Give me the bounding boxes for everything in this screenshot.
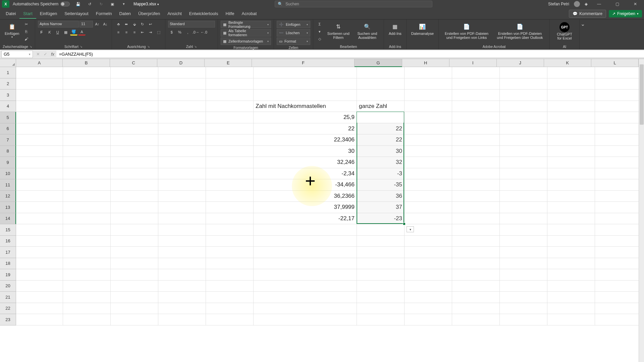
cell-H2[interactable]	[405, 78, 452, 90]
cell-D20[interactable]	[158, 281, 206, 292]
clear-icon[interactable]: ◇	[316, 36, 323, 42]
cell-L20[interactable]	[595, 281, 643, 292]
cell-I20[interactable]	[452, 281, 500, 292]
column-header-F[interactable]: F	[252, 59, 355, 67]
conditional-formatting-button[interactable]: ▦Bedingte Formatierung▾	[221, 21, 271, 28]
column-header-L[interactable]: L	[591, 59, 639, 67]
align-top-icon[interactable]: ⬘	[115, 21, 122, 27]
cell-I19[interactable]	[452, 269, 500, 281]
italic-icon[interactable]: K	[46, 29, 53, 36]
cell-D7[interactable]	[158, 134, 206, 146]
cell-E8[interactable]	[206, 146, 254, 157]
cell-I6[interactable]	[452, 123, 500, 135]
cell-G4[interactable]: ganze Zahl	[357, 101, 405, 112]
autosave-pill-icon[interactable]	[60, 2, 70, 6]
cell-J4[interactable]	[500, 101, 547, 112]
cell-H1[interactable]	[405, 67, 452, 78]
cell-J2[interactable]	[500, 78, 547, 90]
cell-L6[interactable]	[595, 123, 643, 135]
cell-H10[interactable]	[405, 168, 452, 180]
cell-I16[interactable]	[452, 236, 500, 247]
cell-L9[interactable]	[595, 157, 643, 168]
cell-B2[interactable]	[63, 78, 111, 90]
cell-J5[interactable]	[500, 112, 547, 123]
cell-A2[interactable]	[16, 78, 63, 90]
cell-D15[interactable]	[158, 224, 206, 236]
save-icon[interactable]: 💾	[74, 1, 82, 7]
cell-D14[interactable]	[158, 213, 206, 225]
cell-B23[interactable]	[63, 314, 111, 325]
cell-D6[interactable]	[158, 123, 206, 135]
cell-B8[interactable]	[63, 146, 111, 157]
cell-E18[interactable]	[206, 258, 254, 269]
cell-C17[interactable]	[111, 247, 158, 258]
cell-A22[interactable]	[16, 303, 63, 314]
cell-J6[interactable]	[500, 123, 547, 135]
row-header-6[interactable]: 6	[0, 123, 16, 135]
format-as-table-button[interactable]: ▦Als Tabelle formatieren▾	[221, 29, 271, 37]
cell-H8[interactable]	[405, 146, 452, 157]
cell-F10[interactable]: -2,34	[254, 168, 357, 180]
cell-C20[interactable]	[111, 281, 158, 292]
cell-H23[interactable]	[405, 314, 452, 325]
cell-L5[interactable]	[595, 112, 643, 123]
cell-A6[interactable]	[16, 123, 63, 135]
cell-F7[interactable]: 22,3406	[254, 134, 357, 146]
tab-seitenlayout[interactable]: Seitenlayout	[61, 8, 92, 19]
cell-I4[interactable]	[452, 101, 500, 112]
cell-E16[interactable]	[206, 236, 254, 247]
cell-C4[interactable]	[111, 101, 158, 112]
cell-K21[interactable]	[547, 292, 595, 303]
cell-K19[interactable]	[547, 269, 595, 281]
data-analysis-button[interactable]: 📊 Datenanalyse	[409, 21, 436, 37]
cell-A15[interactable]	[16, 224, 63, 236]
tab-überprüfen[interactable]: Überprüfen	[135, 8, 164, 19]
cell-H5[interactable]	[405, 112, 452, 123]
cell-E21[interactable]	[206, 292, 254, 303]
sort-filter-button[interactable]: ⇅ Sortieren und Filtern	[325, 21, 352, 41]
cell-C19[interactable]	[111, 269, 158, 281]
cell-G9[interactable]: 32	[357, 157, 405, 168]
cell-H3[interactable]	[405, 89, 452, 101]
cell-F20[interactable]	[254, 281, 357, 292]
cell-D18[interactable]	[158, 258, 206, 269]
cell-L21[interactable]	[595, 292, 643, 303]
cell-F5[interactable]: 25,9	[254, 112, 357, 123]
cell-I15[interactable]	[452, 224, 500, 236]
cell-G17[interactable]	[357, 247, 405, 258]
chatgpt-button[interactable]: GPT ChatGPT for Excel	[552, 21, 577, 42]
cell-B17[interactable]	[63, 247, 111, 258]
cell-K15[interactable]	[547, 224, 595, 236]
cell-H12[interactable]	[405, 191, 452, 202]
cell-L4[interactable]	[595, 101, 643, 112]
cell-B10[interactable]	[63, 168, 111, 180]
qat-more-icon[interactable]: ▼	[120, 1, 127, 7]
row-header-20[interactable]: 20	[0, 281, 16, 292]
cell-K3[interactable]	[547, 89, 595, 101]
cell-B6[interactable]	[63, 123, 111, 135]
cell-G22[interactable]	[357, 303, 405, 314]
row-header-5[interactable]: 5	[0, 112, 16, 123]
cell-C18[interactable]	[111, 258, 158, 269]
cell-E1[interactable]	[206, 67, 254, 78]
vertical-scrollbar[interactable]	[639, 59, 644, 362]
cell-K2[interactable]	[547, 78, 595, 90]
cell-D3[interactable]	[158, 89, 206, 101]
cell-J21[interactable]	[500, 292, 547, 303]
cell-A5[interactable]	[16, 112, 63, 123]
cell-I1[interactable]	[452, 67, 500, 78]
cell-I18[interactable]	[452, 258, 500, 269]
cell-J22[interactable]	[500, 303, 547, 314]
cell-G14[interactable]: -23	[357, 213, 405, 225]
dialog-launcher-icon[interactable]: ↘	[30, 45, 32, 48]
cell-E12[interactable]	[206, 191, 254, 202]
cell-B19[interactable]	[63, 269, 111, 281]
cell-B5[interactable]	[63, 112, 111, 123]
cell-F13[interactable]: 37,9999	[254, 202, 357, 213]
diamond-icon[interactable]: ◈	[585, 2, 588, 6]
cell-B22[interactable]	[63, 303, 111, 314]
tab-formeln[interactable]: Formeln	[92, 8, 116, 19]
search-box[interactable]: 🔍 Suchen	[275, 1, 432, 7]
column-header-G[interactable]: G	[355, 59, 402, 67]
column-header-D[interactable]: D	[157, 59, 205, 67]
